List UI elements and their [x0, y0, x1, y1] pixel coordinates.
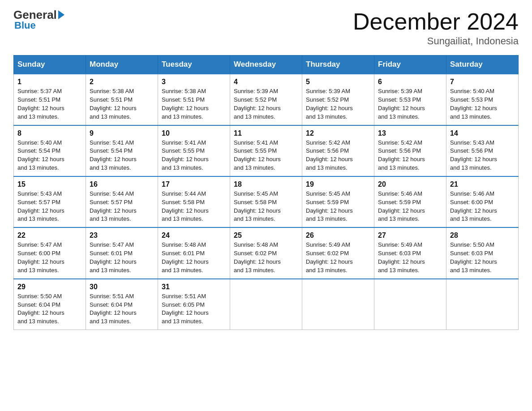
calendar-day-cell: 14Sunrise: 5:43 AMSunset: 5:56 PMDayligh…: [446, 125, 519, 176]
weekday-header-row: SundayMondayTuesdayWednesdayThursdayFrid…: [14, 56, 519, 74]
day-info: Sunrise: 5:44 AMSunset: 5:58 PMDaylight:…: [162, 190, 226, 223]
day-info: Sunrise: 5:45 AMSunset: 5:59 PMDaylight:…: [306, 190, 370, 223]
day-number: 12: [306, 129, 370, 137]
calendar-day-cell: 10Sunrise: 5:41 AMSunset: 5:55 PMDayligh…: [158, 125, 230, 176]
calendar-day-cell: 22Sunrise: 5:47 AMSunset: 6:00 PMDayligh…: [14, 227, 86, 278]
day-info: Sunrise: 5:39 AMSunset: 5:52 PMDaylight:…: [234, 87, 298, 121]
day-info: Sunrise: 5:39 AMSunset: 5:52 PMDaylight:…: [306, 87, 370, 121]
day-number: 30: [90, 283, 154, 291]
weekday-header-cell: Friday: [374, 56, 446, 74]
weekday-header-cell: Sunday: [14, 56, 86, 74]
day-info: Sunrise: 5:48 AMSunset: 6:01 PMDaylight:…: [162, 241, 226, 274]
day-info: Sunrise: 5:49 AMSunset: 6:03 PMDaylight:…: [378, 241, 442, 274]
day-number: 6: [378, 78, 442, 86]
day-number: 19: [306, 180, 370, 188]
day-number: 18: [234, 180, 298, 188]
day-info: Sunrise: 5:46 AMSunset: 5:59 PMDaylight:…: [378, 190, 442, 223]
day-number: 22: [17, 231, 82, 240]
day-number: 27: [378, 231, 442, 240]
calendar-day-cell: 26Sunrise: 5:49 AMSunset: 6:02 PMDayligh…: [302, 227, 374, 278]
weekday-header-cell: Thursday: [302, 56, 374, 74]
calendar-day-cell: 28Sunrise: 5:50 AMSunset: 6:03 PMDayligh…: [446, 227, 519, 278]
day-number: 16: [90, 180, 154, 188]
calendar-day-cell: 17Sunrise: 5:44 AMSunset: 5:58 PMDayligh…: [158, 176, 230, 227]
day-number: 14: [450, 129, 515, 137]
calendar-day-cell: 19Sunrise: 5:45 AMSunset: 5:59 PMDayligh…: [302, 176, 374, 227]
day-info: Sunrise: 5:43 AMSunset: 5:56 PMDaylight:…: [450, 139, 515, 172]
day-number: 7: [450, 78, 515, 86]
calendar-day-cell: 20Sunrise: 5:46 AMSunset: 5:59 PMDayligh…: [374, 176, 446, 227]
day-number: 11: [234, 129, 298, 137]
day-info: Sunrise: 5:42 AMSunset: 5:56 PMDaylight:…: [378, 139, 442, 172]
day-info: Sunrise: 5:41 AMSunset: 5:55 PMDaylight:…: [162, 139, 226, 172]
day-number: 23: [90, 231, 154, 240]
day-info: Sunrise: 5:50 AMSunset: 6:04 PMDaylight:…: [17, 292, 82, 326]
location: Sungailiat, Indonesia: [353, 35, 519, 47]
calendar-day-cell: 27Sunrise: 5:49 AMSunset: 6:03 PMDayligh…: [374, 227, 446, 278]
logo-blue: Blue: [13, 20, 36, 31]
day-number: 28: [450, 231, 515, 240]
day-info: Sunrise: 5:41 AMSunset: 5:55 PMDaylight:…: [234, 139, 298, 172]
logo-text: General: [13, 9, 66, 21]
day-info: Sunrise: 5:51 AMSunset: 6:05 PMDaylight:…: [162, 292, 226, 326]
day-number: 17: [162, 180, 226, 188]
weekday-header-cell: Wednesday: [230, 56, 302, 74]
day-number: 15: [17, 180, 82, 188]
day-number: 31: [162, 283, 226, 291]
day-number: 3: [162, 78, 226, 86]
calendar-day-cell: [446, 279, 519, 330]
calendar-week-row: 8Sunrise: 5:40 AMSunset: 5:54 PMDaylight…: [14, 125, 519, 176]
calendar-day-cell: 15Sunrise: 5:43 AMSunset: 5:57 PMDayligh…: [14, 176, 86, 227]
day-info: Sunrise: 5:40 AMSunset: 5:53 PMDaylight:…: [450, 87, 515, 121]
calendar-day-cell: 9Sunrise: 5:41 AMSunset: 5:54 PMDaylight…: [86, 125, 158, 176]
day-info: Sunrise: 5:51 AMSunset: 6:04 PMDaylight:…: [90, 292, 154, 326]
weekday-header-cell: Monday: [86, 56, 158, 74]
weekday-header-cell: Tuesday: [158, 56, 230, 74]
day-number: 5: [306, 78, 370, 86]
calendar-body: 1Sunrise: 5:37 AMSunset: 5:51 PMDaylight…: [14, 74, 519, 330]
calendar-day-cell: 12Sunrise: 5:42 AMSunset: 5:56 PMDayligh…: [302, 125, 374, 176]
day-info: Sunrise: 5:43 AMSunset: 5:57 PMDaylight:…: [17, 190, 82, 223]
calendar-day-cell: 4Sunrise: 5:39 AMSunset: 5:52 PMDaylight…: [230, 74, 302, 125]
calendar-day-cell: [302, 279, 374, 330]
day-number: 29: [17, 283, 82, 291]
day-number: 8: [17, 129, 82, 137]
day-info: Sunrise: 5:39 AMSunset: 5:53 PMDaylight:…: [378, 87, 442, 121]
page-header: General Blue December 2024 Sungailiat, I…: [13, 9, 519, 47]
day-number: 24: [162, 231, 226, 240]
weekday-header-cell: Saturday: [446, 56, 519, 74]
title-area: December 2024 Sungailiat, Indonesia: [353, 9, 519, 47]
day-info: Sunrise: 5:44 AMSunset: 5:57 PMDaylight:…: [90, 190, 154, 223]
calendar-day-cell: 16Sunrise: 5:44 AMSunset: 5:57 PMDayligh…: [86, 176, 158, 227]
logo: General Blue: [13, 9, 66, 31]
day-number: 1: [17, 78, 82, 86]
logo-arrow-icon: [58, 10, 64, 19]
calendar-day-cell: 31Sunrise: 5:51 AMSunset: 6:05 PMDayligh…: [158, 279, 230, 330]
day-info: Sunrise: 5:47 AMSunset: 6:01 PMDaylight:…: [90, 241, 154, 274]
day-number: 2: [90, 78, 154, 86]
calendar-day-cell: 3Sunrise: 5:38 AMSunset: 5:51 PMDaylight…: [158, 74, 230, 125]
calendar-day-cell: 5Sunrise: 5:39 AMSunset: 5:52 PMDaylight…: [302, 74, 374, 125]
day-info: Sunrise: 5:41 AMSunset: 5:54 PMDaylight:…: [90, 139, 154, 172]
calendar-day-cell: 25Sunrise: 5:48 AMSunset: 6:02 PMDayligh…: [230, 227, 302, 278]
day-info: Sunrise: 5:37 AMSunset: 5:51 PMDaylight:…: [17, 87, 82, 121]
calendar-day-cell: [230, 279, 302, 330]
calendar-table: SundayMondayTuesdayWednesdayThursdayFrid…: [13, 55, 519, 330]
calendar-day-cell: 21Sunrise: 5:46 AMSunset: 6:00 PMDayligh…: [446, 176, 519, 227]
day-info: Sunrise: 5:48 AMSunset: 6:02 PMDaylight:…: [234, 241, 298, 274]
day-info: Sunrise: 5:47 AMSunset: 6:00 PMDaylight:…: [17, 241, 82, 274]
day-number: 9: [90, 129, 154, 137]
calendar-week-row: 22Sunrise: 5:47 AMSunset: 6:00 PMDayligh…: [14, 227, 519, 278]
calendar-week-row: 29Sunrise: 5:50 AMSunset: 6:04 PMDayligh…: [14, 279, 519, 330]
logo-general: General: [13, 9, 57, 21]
month-title: December 2024: [353, 9, 519, 34]
day-info: Sunrise: 5:46 AMSunset: 6:00 PMDaylight:…: [450, 190, 515, 223]
calendar-week-row: 1Sunrise: 5:37 AMSunset: 5:51 PMDaylight…: [14, 74, 519, 125]
calendar-day-cell: 18Sunrise: 5:45 AMSunset: 5:58 PMDayligh…: [230, 176, 302, 227]
calendar-day-cell: 11Sunrise: 5:41 AMSunset: 5:55 PMDayligh…: [230, 125, 302, 176]
day-info: Sunrise: 5:38 AMSunset: 5:51 PMDaylight:…: [162, 87, 226, 121]
day-number: 26: [306, 231, 370, 240]
day-number: 4: [234, 78, 298, 86]
day-info: Sunrise: 5:45 AMSunset: 5:58 PMDaylight:…: [234, 190, 298, 223]
calendar-day-cell: 7Sunrise: 5:40 AMSunset: 5:53 PMDaylight…: [446, 74, 519, 125]
